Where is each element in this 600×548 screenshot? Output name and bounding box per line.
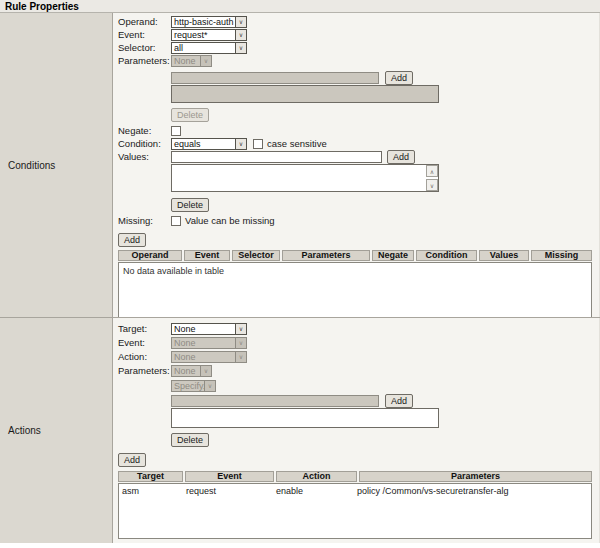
case-sensitive-label: case sensitive bbox=[267, 138, 327, 149]
action-parameters-label: Parameters: bbox=[118, 365, 171, 376]
specify-select: Specify... ∨ bbox=[171, 380, 216, 392]
page-title: Rule Properties bbox=[0, 0, 600, 13]
chevron-down-icon: ∨ bbox=[235, 352, 246, 362]
column-header[interactable]: Condition bbox=[416, 250, 477, 261]
conditions-add-button[interactable]: Add bbox=[118, 233, 146, 247]
actions-table-header: Target Event Action Parameters bbox=[118, 471, 592, 482]
event-label: Event: bbox=[118, 29, 171, 40]
column-header[interactable]: Missing bbox=[531, 250, 592, 261]
conditions-form: Operand: http-basic-auth ∨ Event: reques… bbox=[113, 13, 600, 317]
conditions-section: Conditions Operand: http-basic-auth ∨ Ev… bbox=[0, 13, 600, 317]
action-event-label: Event: bbox=[118, 337, 171, 348]
action-parameter-delete-button[interactable]: Delete bbox=[171, 433, 209, 447]
column-header[interactable]: Action bbox=[276, 471, 357, 482]
conditions-section-label: Conditions bbox=[0, 160, 55, 171]
actions-section-label: Actions bbox=[0, 425, 41, 436]
chevron-down-icon: ∨ bbox=[235, 139, 246, 149]
selector-select[interactable]: all ∨ bbox=[171, 42, 247, 54]
conditions-table-body: No data available in table bbox=[118, 262, 592, 317]
event-select[interactable]: request* ∨ bbox=[171, 29, 247, 41]
action-event-select: None ∨ bbox=[171, 337, 247, 349]
values-label: Values: bbox=[118, 151, 171, 162]
negate-label: Negate: bbox=[118, 125, 171, 136]
values-delete-button[interactable]: Delete bbox=[171, 198, 209, 212]
action-select: None ∨ bbox=[171, 351, 247, 363]
actions-section: Actions Target: None ∨ Event: None ∨ Act… bbox=[0, 317, 600, 543]
actions-table-body: asm request enable policy /Common/vs-sec… bbox=[118, 483, 592, 539]
parameter-add-button[interactable]: Add bbox=[385, 71, 413, 85]
chevron-down-icon: ∨ bbox=[235, 43, 246, 53]
parameter-delete-button: Delete bbox=[171, 108, 209, 122]
operand-select[interactable]: http-basic-auth ∨ bbox=[171, 16, 247, 28]
chevron-down-icon: ∨ bbox=[200, 56, 211, 66]
chevron-down-icon: ∨ bbox=[235, 30, 246, 40]
column-header[interactable]: Operand bbox=[118, 250, 182, 261]
actions-add-button[interactable]: Add bbox=[118, 453, 146, 467]
condition-label: Condition: bbox=[118, 138, 171, 149]
action-parameter-add-button[interactable]: Add bbox=[385, 394, 413, 408]
chevron-down-icon: ∨ bbox=[235, 324, 246, 334]
conditions-section-label-cell: Conditions bbox=[0, 13, 113, 317]
parameters-select: None ∨ bbox=[171, 55, 212, 67]
rule-properties-window: Rule Properties Conditions Operand: http… bbox=[0, 0, 600, 548]
missing-checkbox-label: Value can be missing bbox=[185, 215, 275, 226]
column-header[interactable]: Parameters bbox=[282, 250, 370, 261]
column-header[interactable]: Negate bbox=[372, 250, 414, 261]
parameters-label: Parameters: bbox=[118, 55, 171, 66]
case-sensitive-checkbox[interactable] bbox=[253, 139, 263, 149]
action-parameter-list[interactable] bbox=[171, 408, 439, 428]
missing-checkbox[interactable] bbox=[171, 216, 181, 226]
scroll-down-icon[interactable]: ∨ bbox=[426, 179, 438, 191]
column-header[interactable]: Selector bbox=[232, 250, 280, 261]
scroll-up-icon[interactable]: ∧ bbox=[426, 165, 438, 177]
empty-table-message: No data available in table bbox=[119, 263, 591, 279]
chevron-down-icon: ∨ bbox=[200, 366, 211, 376]
target-label: Target: bbox=[118, 323, 171, 334]
chevron-down-icon: ∨ bbox=[235, 17, 246, 27]
missing-label: Missing: bbox=[118, 215, 171, 226]
actions-table: Target Event Action Parameters asm reque… bbox=[118, 471, 592, 539]
selector-label: Selector: bbox=[118, 42, 171, 53]
column-header[interactable]: Event bbox=[184, 250, 230, 261]
action-label: Action: bbox=[118, 351, 171, 362]
table-row[interactable]: asm request enable policy /Common/vs-sec… bbox=[119, 484, 591, 496]
values-list[interactable]: ∧ ∨ bbox=[171, 164, 439, 192]
values-input[interactable] bbox=[171, 151, 382, 163]
actions-section-label-cell: Actions bbox=[0, 318, 113, 543]
column-header[interactable]: Values bbox=[479, 250, 529, 261]
column-header[interactable]: Parameters bbox=[359, 471, 592, 482]
operand-label: Operand: bbox=[118, 16, 171, 27]
column-header[interactable]: Event bbox=[185, 471, 274, 482]
column-header[interactable]: Target bbox=[118, 471, 183, 482]
chevron-down-icon: ∨ bbox=[235, 338, 246, 348]
negate-checkbox[interactable] bbox=[171, 126, 181, 136]
action-parameters-select: None ∨ bbox=[171, 365, 212, 377]
condition-select[interactable]: equals ∨ bbox=[171, 138, 247, 150]
parameter-list bbox=[171, 85, 439, 103]
actions-form: Target: None ∨ Event: None ∨ Action: Non… bbox=[113, 318, 600, 543]
target-select[interactable]: None ∨ bbox=[171, 323, 247, 335]
chevron-down-icon: ∨ bbox=[204, 381, 215, 391]
parameter-input bbox=[171, 72, 379, 84]
values-add-button[interactable]: Add bbox=[387, 150, 415, 164]
conditions-table: Operand Event Selector Parameters Negate… bbox=[118, 250, 592, 317]
action-parameter-input bbox=[171, 395, 379, 407]
conditions-table-header: Operand Event Selector Parameters Negate… bbox=[118, 250, 592, 261]
